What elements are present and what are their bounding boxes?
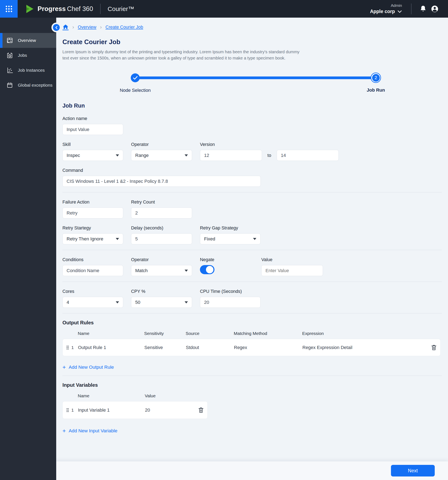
sidebar-item-label: Global exceptions <box>18 83 52 88</box>
sidebar-collapse-button[interactable] <box>53 24 60 31</box>
condition-operator-label: Operator <box>131 257 192 262</box>
variable-name: Input Variable 1 <box>78 408 145 413</box>
skill-select[interactable]: Inspec <box>62 150 123 161</box>
cores-select[interactable]: 4 <box>62 297 123 308</box>
output-rules-header: Name Sensitivity Source Matching Method … <box>62 331 441 336</box>
breadcrumb-home-link[interactable] <box>62 24 69 30</box>
condition-name-input[interactable] <box>62 265 123 276</box>
conditions-label: Conditions <box>62 257 123 262</box>
sidebar-item-global-exceptions[interactable]: Global exceptions <box>0 78 56 93</box>
delete-input-variable-button[interactable] <box>193 407 204 413</box>
version-from-input[interactable] <box>200 150 262 161</box>
delete-output-rule-button[interactable] <box>426 345 437 351</box>
section-divider <box>62 375 442 376</box>
global-exceptions-icon <box>6 82 13 88</box>
sidebar-item-job-instances[interactable]: Job Instances <box>0 63 56 78</box>
input-variables-title: Input Variables <box>62 382 442 388</box>
step-job-run[interactable]: 2 Job Run <box>367 72 385 93</box>
add-input-variable-button[interactable]: + Add New Input Variable <box>62 428 117 434</box>
cores-label: Cores <box>62 289 123 294</box>
sidebar-item-label: Overview <box>18 38 36 43</box>
progress-chevron-icon <box>26 4 34 14</box>
sidebar-item-overview[interactable]: Overview <box>0 33 56 48</box>
output-rule-row: 1 Output Rule 1 Sensitive Stdout Regex R… <box>62 339 441 356</box>
output-rules-title: Output Rules <box>62 320 442 326</box>
overview-icon <box>6 37 13 43</box>
section-divider <box>62 313 442 314</box>
retry-strategy-label: Retry Startegy <box>62 226 123 231</box>
sidebar-item-jobs[interactable]: Jobs <box>0 48 56 63</box>
col-name: Name <box>78 331 144 336</box>
grid-icon <box>5 5 13 13</box>
page-content: › Overview › Create Courier Job Create C… <box>56 18 448 461</box>
role-label: Admin <box>370 3 402 8</box>
negate-label: Negate <box>200 257 253 262</box>
sidebar-item-label: Jobs <box>18 53 27 58</box>
add-output-rule-button[interactable]: + Add New Output Rule <box>62 364 114 370</box>
caret-down-icon <box>253 238 256 240</box>
org-switcher[interactable]: Apple corp <box>370 9 402 14</box>
app-launcher-button[interactable] <box>0 0 18 18</box>
job-instances-icon <box>6 67 13 73</box>
command-input[interactable] <box>62 176 261 187</box>
page-description: Lorem Ipsum is simply dummy text of the … <box>62 49 304 61</box>
section-divider <box>62 282 442 282</box>
trash-icon <box>431 345 437 351</box>
sidebar: Overview Jobs <box>0 18 56 480</box>
stepper-line <box>135 77 376 79</box>
delay-label: Delay (seconds) <box>131 226 192 231</box>
jobs-icon <box>6 52 13 58</box>
header-divider <box>100 4 101 14</box>
cpy-percent-label: CPY % <box>131 289 192 294</box>
col-matching-method: Matching Method <box>234 331 302 336</box>
plus-icon: + <box>62 364 66 370</box>
row-index: 1 <box>71 345 74 350</box>
col-name: Name <box>78 393 145 398</box>
cpu-time-input[interactable] <box>200 297 260 308</box>
col-sensitivity: Sensitivity <box>144 331 186 336</box>
caret-down-icon <box>185 270 188 272</box>
retry-gap-strategy-select[interactable]: Fixed <box>200 233 260 244</box>
user-avatar-icon <box>431 5 439 13</box>
cpu-time-label: CPU Time (Seconds) <box>200 289 260 294</box>
step-node-selection[interactable]: Node Selection <box>120 73 151 93</box>
action-name-input[interactable] <box>62 124 123 135</box>
page-title: Create Courier Job <box>62 38 442 46</box>
section-title-job-run: Job Run <box>62 103 442 109</box>
step-label: Node Selection <box>120 88 151 93</box>
negate-toggle[interactable] <box>200 265 215 274</box>
bell-icon <box>419 5 427 13</box>
retry-strategy-select[interactable]: Retry Then Ignore <box>62 233 123 244</box>
account-button[interactable] <box>429 3 441 15</box>
header-divider <box>411 4 412 14</box>
drag-handle[interactable]: 1 <box>66 408 78 413</box>
operator-label: Operator <box>131 142 192 147</box>
rule-name: Output Rule 1 <box>78 345 144 350</box>
cpy-percent-select[interactable]: 50 <box>131 297 192 308</box>
retry-gap-strategy-label: Retry Gap Strategy <box>200 226 260 231</box>
failure-action-input[interactable] <box>62 207 123 219</box>
chevron-right-icon: › <box>72 24 74 30</box>
next-button[interactable]: Next <box>391 465 435 476</box>
condition-operator-select[interactable]: Match <box>131 265 192 276</box>
notifications-button[interactable] <box>417 3 429 15</box>
col-expression: Expression <box>302 331 426 336</box>
main-panel: › Overview › Create Courier Job Create C… <box>56 18 448 480</box>
skill-label: Skill <box>62 142 123 147</box>
caret-down-icon <box>185 154 188 156</box>
rule-matching-method: Regex <box>234 345 302 350</box>
value-input[interactable] <box>261 265 323 276</box>
drag-handle[interactable]: 1 <box>66 345 78 350</box>
breadcrumb-link-overview[interactable]: Overview <box>78 25 96 30</box>
retry-count-input[interactable] <box>131 207 192 219</box>
row-index: 1 <box>71 408 74 413</box>
product-name: Courier™ <box>108 5 134 13</box>
command-label: Command <box>62 168 261 173</box>
breadcrumb: › Overview › Create Courier Job <box>62 23 442 31</box>
operator-select[interactable]: Range <box>131 150 192 161</box>
delay-input[interactable] <box>131 233 192 244</box>
plus-icon: + <box>62 428 66 434</box>
check-icon <box>133 76 137 80</box>
breadcrumb-link-create-courier-job[interactable]: Create Courier Job <box>106 25 143 30</box>
version-to-input[interactable] <box>277 150 339 161</box>
